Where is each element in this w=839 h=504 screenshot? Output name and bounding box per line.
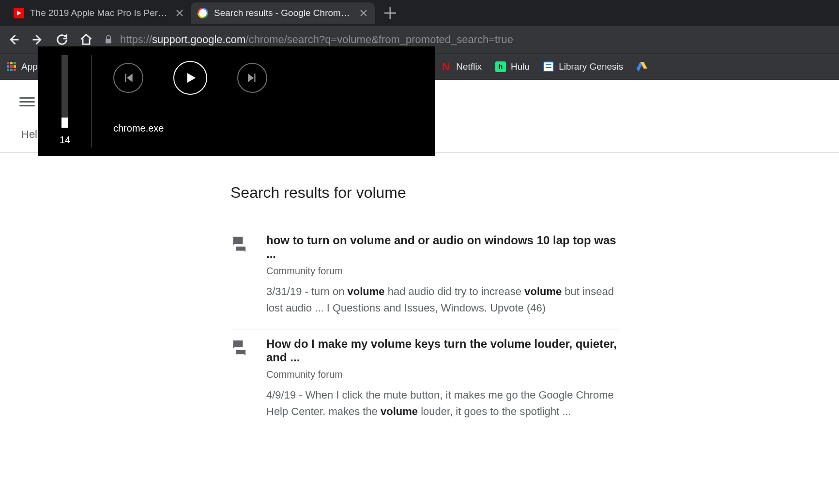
volume-slider-area: 14 [38, 46, 92, 156]
netflix-icon: N [441, 61, 451, 72]
volume-fill [61, 118, 68, 128]
play-button[interactable] [173, 61, 207, 95]
forum-icon [230, 236, 247, 252]
lock-icon [104, 35, 113, 44]
back-button[interactable] [7, 33, 20, 46]
youtube-icon [14, 8, 24, 18]
result-snippet: 3/31/19 - turn on volume had audio did t… [266, 283, 620, 316]
home-button[interactable] [79, 33, 93, 46]
book-icon [543, 61, 554, 72]
result-source: Community forum [266, 369, 620, 380]
search-result: How do I make my volume keys turn the vo… [230, 329, 620, 432]
search-result: how to turn on volume and or audio on wi… [230, 226, 620, 329]
google-icon [198, 8, 208, 18]
next-track-button[interactable] [237, 63, 267, 93]
previous-track-button[interactable] [113, 63, 143, 93]
hamburger-button[interactable] [19, 94, 35, 109]
bookmark-drive[interactable] [637, 62, 647, 72]
forum-icon [230, 339, 247, 356]
tab-active[interactable]: Search results - Google Chrome H [191, 2, 375, 24]
result-title[interactable]: How do I make my volume keys turn the vo… [266, 337, 620, 364]
media-controls [113, 61, 435, 95]
forward-button[interactable] [31, 33, 45, 46]
reload-button[interactable] [55, 33, 69, 46]
bookmark-netflix[interactable]: NNetflix [441, 61, 482, 72]
apps-icon [7, 62, 16, 72]
bookmark-hulu[interactable]: hHulu [495, 61, 530, 72]
address-bar[interactable]: https://support.google.com/chrome/search… [104, 33, 832, 46]
close-icon[interactable] [175, 9, 184, 17]
apps-shortcut[interactable]: Apps [7, 61, 42, 72]
media-app-name: chrome.exe [113, 123, 435, 134]
search-results: Search results for volume how to turn on… [0, 153, 620, 432]
tab-strip: The 2019 Apple Mac Pro Is Perfec Search … [0, 0, 839, 26]
bookmark-library-genesis[interactable]: Library Genesis [543, 61, 623, 72]
results-heading: Search results for volume [230, 184, 620, 202]
tab-title: The 2019 Apple Mac Pro Is Perfec [30, 8, 169, 18]
volume-level: 14 [60, 134, 70, 146]
hulu-icon: h [495, 61, 506, 72]
new-tab-button[interactable] [381, 4, 399, 22]
tab-title: Search results - Google Chrome H [214, 8, 353, 18]
result-title[interactable]: how to turn on volume and or audio on wi… [266, 234, 620, 261]
tab-youtube[interactable]: The 2019 Apple Mac Pro Is Perfec [7, 2, 191, 24]
close-icon[interactable] [359, 9, 368, 17]
result-source: Community forum [266, 266, 620, 277]
volume-overlay: 14 chrome.exe [38, 46, 435, 156]
volume-slider[interactable] [61, 55, 68, 128]
drive-icon [637, 62, 647, 72]
result-snippet: 4/9/19 - When I click the mute button, i… [266, 387, 620, 420]
url-text: https://support.google.com/chrome/search… [120, 33, 513, 46]
